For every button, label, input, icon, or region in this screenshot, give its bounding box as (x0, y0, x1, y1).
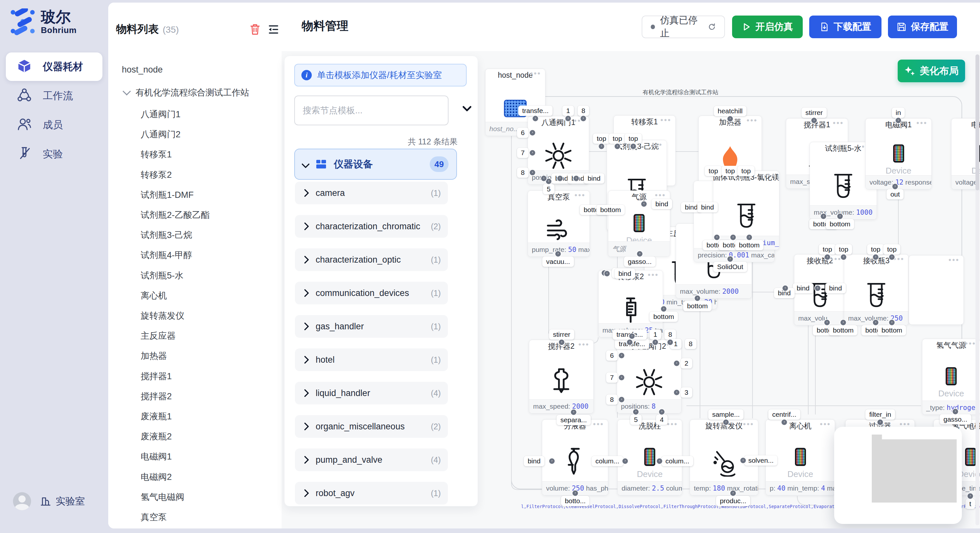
port-chip[interactable]: bind (614, 268, 635, 279)
port-dot-icon[interactable]: › (629, 333, 635, 339)
port-chip[interactable]: botto... (561, 496, 590, 506)
port-chip[interactable]: top (737, 166, 754, 176)
port-dot-icon[interactable]: › (889, 319, 896, 326)
port-chip[interactable]: stirrer (802, 108, 827, 118)
port-chip[interactable]: gasso... (940, 414, 971, 425)
port-chip[interactable]: 4 (656, 414, 668, 425)
port-chip[interactable]: 5 (543, 184, 555, 194)
delete-material-icon[interactable] (250, 23, 261, 37)
port-chip[interactable]: top (609, 133, 626, 144)
tree-item[interactable]: 试剂瓶4-甲醇 (141, 249, 192, 261)
port-chip[interactable]: bottom (829, 325, 858, 335)
port-dot-icon[interactable]: › (824, 319, 830, 326)
port-dot-icon[interactable]: › (622, 458, 629, 465)
port-dot-icon[interactable]: › (872, 254, 879, 261)
template-category-organic_miscellaneous[interactable]: organic_miscellaneous(2) (295, 415, 448, 438)
sidebar-item-experiments[interactable]: 实验 (6, 140, 102, 168)
port-chip[interactable]: colum... (592, 456, 623, 466)
port-dot-icon[interactable]: › (618, 397, 625, 403)
graph-node-vacuum-pump[interactable]: 真空泵•••pump_rate: 50 max_vacuum: 0.1 (528, 190, 590, 257)
node-menu-icon[interactable]: ••• (574, 191, 585, 200)
tree-item[interactable]: 八通阀门1 (141, 108, 180, 120)
node-menu-icon[interactable]: ••• (743, 420, 754, 429)
tree-item[interactable]: 主反应器 (141, 330, 176, 342)
port-chip[interactable]: 7 (517, 148, 528, 158)
port-dot-icon[interactable]: › (570, 409, 577, 416)
port-chip[interactable]: top (625, 133, 642, 144)
tree-item[interactable]: 废液瓶1 (141, 411, 172, 422)
tree-item[interactable]: 旋转蒸发仪 (141, 310, 185, 322)
port-dot-icon[interactable]: › (840, 319, 847, 326)
port-chip[interactable]: 6 (517, 128, 528, 138)
port-chip[interactable]: 5 (630, 414, 642, 425)
port-dot-icon[interactable]: › (580, 115, 587, 122)
port-dot-icon[interactable]: › (730, 490, 737, 497)
graph-node-solenoid-valve-1[interactable]: 电磁阀1•••Devicevoltage: 12 response_time: … (865, 118, 932, 189)
port-chip[interactable]: top (705, 166, 722, 176)
port-dot-icon[interactable]: › (694, 295, 701, 302)
port-dot-icon[interactable]: › (598, 143, 605, 150)
tree-item[interactable]: 离心机 (141, 290, 167, 301)
port-dot-icon[interactable]: › (529, 169, 536, 176)
node-menu-icon[interactable]: ••• (764, 171, 775, 180)
port-chip[interactable]: bind (524, 456, 544, 466)
port-dot-icon[interactable]: › (614, 143, 621, 150)
port-dot-icon[interactable]: › (667, 339, 674, 346)
port-dot-icon[interactable]: › (967, 493, 974, 500)
graph-node-transfer-pump-2[interactable]: 转移泵2•••max_volume: 25 transfer_rate: 10 (598, 270, 663, 338)
port-dot-icon[interactable]: › (558, 339, 565, 346)
port-chip[interactable]: colum... (662, 456, 693, 466)
port-dot-icon[interactable]: › (659, 409, 665, 416)
port-dot-icon[interactable]: › (811, 117, 818, 124)
port-chip[interactable]: 8 (664, 329, 676, 339)
template-category-liquid_handler[interactable]: liquid_handler(4) (295, 382, 448, 405)
port-dot-icon[interactable]: › (555, 251, 562, 257)
port-dot-icon[interactable]: › (630, 143, 637, 150)
port-dot-icon[interactable]: ‹ (815, 285, 821, 292)
port-chip[interactable]: 6 (606, 351, 618, 361)
port-chip[interactable]: bind (825, 283, 846, 293)
port-chip[interactable]: bind (584, 173, 605, 184)
node-menu-icon[interactable]: ••• (747, 116, 758, 125)
graph-node-h2-gas-source[interactable]: 氢气气源•••Device_type: hydrogen max_pre (922, 339, 980, 415)
port-dot-icon[interactable]: ‹ (673, 389, 680, 396)
port-chip[interactable]: top (835, 244, 852, 254)
port-dot-icon[interactable]: › (714, 234, 721, 241)
port-chip[interactable]: 8 (578, 106, 589, 116)
user-avatar[interactable] (13, 492, 31, 510)
port-chip[interactable]: 1 (649, 329, 661, 339)
port-dot-icon[interactable]: ‹ (641, 201, 648, 208)
tree-group-workstation[interactable]: 有机化学流程综合测试工作站 (124, 87, 249, 98)
port-dot-icon[interactable]: › (877, 419, 884, 426)
port-chip[interactable]: solven... (745, 455, 778, 466)
sidebar-item-instruments[interactable]: 仪器耗材 (6, 52, 102, 81)
port-chip[interactable]: centrif... (768, 409, 800, 420)
port-dot-icon[interactable]: › (952, 408, 959, 415)
graph-node-recv-bottle-1[interactable]: ••• (909, 255, 964, 325)
simulation-status-pill[interactable]: 仿真已停止 (642, 16, 725, 38)
port-chip[interactable]: top (883, 244, 900, 254)
canvas-scrollbar[interactable] (975, 54, 979, 525)
port-dot-icon[interactable]: › (837, 213, 843, 220)
category-instruments[interactable]: 仪器设备 49 (294, 149, 457, 180)
sidebar-item-laboratory[interactable]: 实验室 (40, 495, 85, 508)
port-chip[interactable]: filter_in (865, 409, 895, 420)
port-dot-icon[interactable]: › (660, 306, 667, 313)
template-category-camera[interactable]: camera(1) (295, 182, 448, 204)
tree-item[interactable]: 废液瓶2 (141, 431, 172, 443)
tree-item[interactable]: 试剂瓶1-DMF (141, 189, 194, 201)
panel-collapse-icon[interactable] (462, 105, 472, 114)
port-chip[interactable]: vacuu... (542, 257, 574, 267)
tree-item[interactable]: 电磁阀2 (141, 471, 172, 483)
port-dot-icon[interactable]: › (627, 339, 633, 346)
port-chip[interactable]: bind (697, 202, 718, 213)
node-menu-icon[interactable]: ••• (655, 191, 666, 200)
tree-item[interactable]: 真空泵 (141, 511, 167, 523)
port-dot-icon[interactable]: › (618, 374, 625, 381)
port-chip[interactable]: bottom (596, 205, 625, 215)
port-dot-icon[interactable]: › (895, 117, 902, 124)
port-dot-icon[interactable]: › (746, 234, 753, 241)
tree-item[interactable]: 电磁阀1 (141, 451, 172, 462)
port-dot-icon[interactable]: › (572, 490, 579, 497)
template-category-hotel[interactable]: hotel(1) (295, 348, 448, 371)
